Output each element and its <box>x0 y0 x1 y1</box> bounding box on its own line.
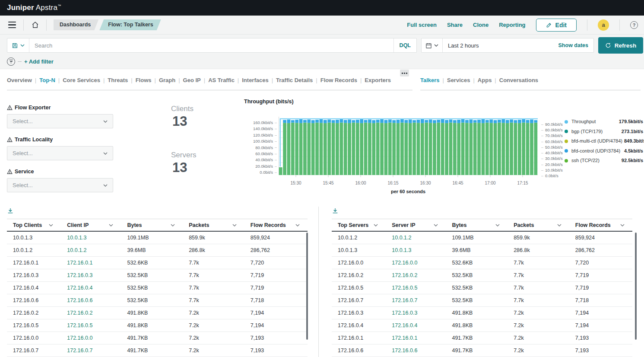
tab-threats[interactable]: Threats <box>108 77 128 83</box>
column-menu-chevron-icon[interactable] <box>49 224 53 226</box>
ip-link[interactable]: 172.16.0.6 <box>386 347 446 354</box>
table-row: 172.16.0.0172.16.0.0532.6KB7.7k7,720 <box>332 257 632 269</box>
y-axis-left: 160.0kbit/s140.0kbit/s120.0kbit/s100.0kb… <box>244 120 277 175</box>
reporting-button[interactable]: Reporting <box>499 22 525 28</box>
warning-icon <box>7 169 13 174</box>
table-row: 172.16.0.2172.16.0.2532.5KB7.7k7,719 <box>332 269 632 282</box>
table-row: 172.16.0.4172.16.0.4491.8KB7.2k7,194 <box>332 319 632 332</box>
column-menu-chevron-icon[interactable] <box>295 224 300 226</box>
tab-overview[interactable]: Overview <box>7 77 32 83</box>
y-tick: 120.0kbit/s <box>244 132 277 138</box>
ip-link[interactable]: 10.0.1.3 <box>61 235 121 241</box>
time-range-value[interactable]: Last 2 hours <box>443 42 558 49</box>
more-options-button[interactable] <box>400 70 409 76</box>
tab-as-traffic[interactable]: AS Traffic <box>208 77 235 83</box>
saved-searches-button[interactable] <box>7 38 29 52</box>
bar-bfd-control <box>501 119 505 123</box>
fullscreen-button[interactable]: Full screen <box>407 22 437 28</box>
chevron-down-icon <box>434 44 438 47</box>
ip-link[interactable]: 10.0.1.3 <box>386 247 446 253</box>
tab-conversations[interactable]: Conversations <box>499 77 538 83</box>
refresh-button[interactable]: Refresh <box>598 37 643 54</box>
hamburger-menu-icon[interactable] <box>6 19 18 31</box>
bar-bfd-control <box>425 120 428 123</box>
column-menu-chevron-icon[interactable] <box>434 224 438 226</box>
clone-button[interactable]: Clone <box>473 22 489 28</box>
ip-link[interactable]: 10.0.1.2 <box>61 247 121 253</box>
bar-bfd-control <box>530 120 533 123</box>
column-menu-chevron-icon[interactable] <box>557 224 562 226</box>
tab-exporters[interactable]: Exporters <box>365 77 391 83</box>
filter-select-traffic-locality[interactable]: Select... <box>7 146 113 160</box>
search-input[interactable] <box>29 42 393 49</box>
ip-link[interactable]: 172.16.0.5 <box>61 322 121 328</box>
tab-talkers[interactable]: Talkers <box>420 77 440 83</box>
table-row: 172.16.0.1172.16.0.1491.7KB7.2k7,193 <box>332 332 632 344</box>
filter-select-service[interactable]: Select... <box>7 178 113 192</box>
ip-link[interactable]: 172.16.0.7 <box>386 297 446 303</box>
column-header-server-ip: Server IP <box>386 222 446 228</box>
edit-button[interactable]: Edit <box>536 19 577 32</box>
dql-toggle[interactable]: DQL <box>393 38 416 52</box>
brand-regular: Apstra <box>34 3 57 12</box>
help-icon[interactable]: ? <box>630 21 638 29</box>
tab-traffic-details[interactable]: Traffic Details <box>276 77 313 83</box>
add-filter-button[interactable]: + Add filter <box>24 58 54 65</box>
clients-table-scrollbar[interactable] <box>306 233 308 340</box>
flow-tabs: Overview|Top-N|Core Services|Threats|Flo… <box>7 76 391 84</box>
column-menu-chevron-icon[interactable] <box>171 224 175 226</box>
bar-ssh <box>441 123 444 175</box>
ip-link[interactable]: 172.16.0.5 <box>386 285 446 291</box>
ip-link[interactable]: 172.16.0.1 <box>386 335 446 341</box>
servers-table-scrollbar[interactable] <box>635 233 637 340</box>
ip-link[interactable]: 172.16.0.0 <box>386 260 446 266</box>
tab-core-services[interactable]: Core Services <box>63 77 100 83</box>
bar-ssh <box>526 123 530 175</box>
breadcrumb-flow-top-talkers[interactable]: Flow: Top Talkers <box>99 19 161 30</box>
user-avatar[interactable]: a <box>598 19 609 31</box>
share-button[interactable]: Share <box>447 22 463 28</box>
show-dates-button[interactable]: Show dates <box>558 42 593 48</box>
column-menu-chevron-icon[interactable] <box>232 224 237 226</box>
ip-link[interactable]: 172.16.0.4 <box>386 322 446 328</box>
tab-services[interactable]: Services <box>447 77 470 83</box>
filter-label: Flow Exporter <box>7 105 113 111</box>
tab-apps[interactable]: Apps <box>478 77 492 83</box>
bar-bfd-control <box>473 120 477 123</box>
column-menu-chevron-icon[interactable] <box>620 224 625 226</box>
ip-link[interactable]: 172.16.0.0 <box>61 335 121 341</box>
ip-link[interactable]: 172.16.0.4 <box>61 285 121 291</box>
breadcrumb-dashboards[interactable]: Dashboards <box>54 19 98 30</box>
tab-interfaces[interactable]: Interfaces <box>242 77 268 83</box>
ip-link[interactable]: 10.0.1.2 <box>386 235 446 241</box>
ip-link[interactable]: 172.16.0.3 <box>386 310 446 316</box>
bar-ssh <box>477 123 481 175</box>
ip-link[interactable]: 172.16.0.2 <box>61 310 121 316</box>
column-menu-chevron-icon[interactable] <box>109 224 113 226</box>
tab-graph[interactable]: Graph <box>159 77 175 83</box>
chevron-down-icon <box>103 152 108 155</box>
ip-link[interactable]: 172.16.0.3 <box>61 272 121 278</box>
filter-group: Flow ExporterSelect... <box>7 105 113 128</box>
ip-link[interactable]: 172.16.0.7 <box>61 347 121 354</box>
ip-link[interactable]: 172.16.0.1 <box>61 260 121 266</box>
tab-top-n[interactable]: Top-N <box>39 77 55 83</box>
tab-flows[interactable]: Flows <box>136 77 152 83</box>
download-clients-button[interactable] <box>7 207 15 215</box>
column-menu-chevron-icon[interactable] <box>495 224 500 226</box>
calendar-button[interactable] <box>422 38 443 52</box>
tab-geo-ip[interactable]: Geo IP <box>183 77 201 83</box>
x-tick: 15:30 <box>286 181 305 185</box>
ip-link[interactable]: 172.16.0.2 <box>386 272 446 278</box>
filter-select-flow-exporter[interactable]: Select... <box>7 114 113 128</box>
y-tick: 40.0kbit/s <box>244 157 277 163</box>
tab-flow-records[interactable]: Flow Records <box>320 77 357 83</box>
bar-ssh <box>534 123 537 175</box>
download-servers-button[interactable] <box>332 207 339 215</box>
column-menu-chevron-icon[interactable] <box>374 224 378 226</box>
table-cell: 7,720 <box>569 260 632 266</box>
bar-ssh <box>494 123 497 175</box>
legend-item: Throughput179.5kbit/s <box>565 119 643 124</box>
home-icon[interactable] <box>29 19 41 31</box>
ip-link[interactable]: 172.16.0.6 <box>61 297 121 303</box>
